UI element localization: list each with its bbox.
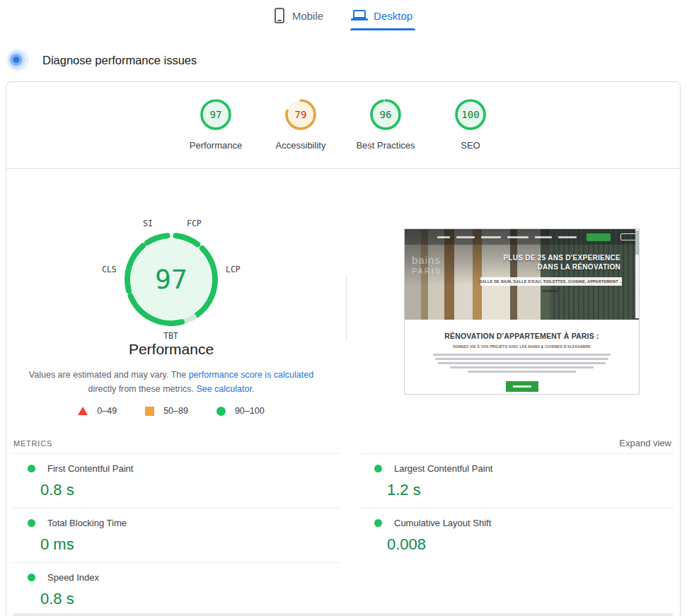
metric-row-cls: Cumulative Layout Shift 0.008 xyxy=(360,508,673,562)
pass-dot-icon xyxy=(374,519,382,527)
nav-item-placeholder xyxy=(507,236,529,238)
performance-main-gauge: 97 SI FCP LCP TBT CLS xyxy=(122,230,221,329)
legend-pass-label: 90–100 xyxy=(235,406,265,416)
screenshot-hero-headline: PLUS DE 25 ANS D'EXPERIENCE DANS LA RÉNO… xyxy=(503,253,620,272)
gauge-label-fcp: FCP xyxy=(187,219,202,228)
screenshot-section-subheading: DONNEZ VIE À VOS PROJETS AVEC LES BAINS … xyxy=(405,344,639,349)
report-card: 97 Performance 79 Accessibility xyxy=(6,81,681,616)
gauge-label-cls: CLS xyxy=(102,265,117,274)
screenshot-hero-photo: bains PARIS PLUS DE 25 ANS D'EXPERIENCE … xyxy=(405,229,639,320)
gauge-label-lcp: LCP xyxy=(226,265,241,274)
screenshot-cta-button xyxy=(506,381,538,392)
metric-row-si: Speed Index 0.8 s xyxy=(13,562,339,616)
active-tab-underline xyxy=(350,28,415,30)
metric-row-fcp: First Contentful Paint 0.8 s xyxy=(13,453,339,508)
pass-dot-icon xyxy=(28,465,35,472)
best-practices-score-gauge: 96 xyxy=(369,98,402,131)
average-square-icon xyxy=(145,407,154,416)
metric-value-si: 0.8 s xyxy=(40,590,74,608)
disclaimer-text-1: Values are estimated and may vary. The xyxy=(29,370,186,380)
metric-label-cls: Cumulative Layout Shift xyxy=(394,518,491,528)
screenshot-navbar xyxy=(405,229,639,245)
desktop-laptop-icon xyxy=(353,10,366,18)
nav-item-placeholder xyxy=(558,236,577,238)
screenshot-hero-bar: SALLE DE BAIN, SALLE D'EAU, TOILETTES, C… xyxy=(480,277,622,286)
expand-view-button[interactable]: Expand view xyxy=(619,438,671,448)
diagnose-section-header: Diagnose performance issues xyxy=(8,51,197,69)
performance-score-gauge: 97 xyxy=(200,98,232,131)
seo-score-gauge: 100 xyxy=(454,98,487,131)
best-practices-score-value: 96 xyxy=(369,98,402,131)
metric-row-lcp: Largest Contentful Paint 1.2 s xyxy=(360,453,673,508)
score-legend: 0–49 50–89 90–100 xyxy=(16,406,327,416)
accessibility-score-gauge: 79 xyxy=(284,98,317,131)
seo-score-value: 100 xyxy=(454,98,487,131)
gauge-label-tbt: TBT xyxy=(163,331,178,341)
main-gauge-title: Performance xyxy=(6,341,336,358)
see-calculator-link[interactable]: See calculator. xyxy=(196,384,254,394)
metrics-header: METRICS Expand view xyxy=(13,438,671,448)
screenshot-nav-green-button xyxy=(587,233,611,241)
mobile-phone-icon xyxy=(275,8,284,23)
pass-dot-icon xyxy=(28,519,35,527)
screenshot-scrollbar xyxy=(635,229,639,318)
fail-triangle-icon xyxy=(78,407,88,415)
speedometer-icon xyxy=(8,51,27,69)
nav-item-placeholder xyxy=(481,236,501,238)
accessibility-score-label: Accessibility xyxy=(276,140,326,151)
score-disclaimer: Values are estimated and may vary. The p… xyxy=(23,368,320,396)
pass-dot-icon xyxy=(374,465,382,472)
metric-row-tbt: Total Blocking Time 0 ms xyxy=(13,508,339,562)
next-section-edge xyxy=(13,613,673,616)
pagespeed-insights-report: Mobile Desktop Diagnose performance issu… xyxy=(0,0,687,616)
metric-label-lcp: Largest Contentful Paint xyxy=(394,463,492,474)
metric-row-empty xyxy=(360,562,673,616)
metrics-column-right: Largest Contentful Paint 1.2 s Cumulativ… xyxy=(360,453,673,616)
tab-desktop[interactable]: Desktop xyxy=(350,0,415,31)
screenshot-scrollbar-thumb xyxy=(635,231,639,255)
tab-mobile[interactable]: Mobile xyxy=(272,0,326,31)
legend-pass: 90–100 xyxy=(217,406,265,416)
metric-value-tbt: 0 ms xyxy=(40,535,74,554)
seo-score-label: SEO xyxy=(461,140,480,151)
metrics-column-left: First Contentful Paint 0.8 s Total Block… xyxy=(13,453,339,616)
category-score-best-practices[interactable]: 96 Best Practices xyxy=(343,98,428,151)
screenshot-body-section: RÉNOVATION D'APPARTEMENT À PARIS : DONNE… xyxy=(405,320,639,394)
section-title: Diagnose performance issues xyxy=(42,54,197,67)
nav-item-placeholder xyxy=(456,236,475,238)
scores-divider xyxy=(6,168,680,169)
legend-average-label: 50–89 xyxy=(163,406,188,416)
screenshot-site-logo: bains PARIS xyxy=(412,255,441,275)
legend-average: 50–89 xyxy=(145,406,188,416)
nav-item-placeholder xyxy=(535,236,552,238)
main-gauge-score: 97 xyxy=(122,230,221,329)
tab-desktop-label: Desktop xyxy=(374,10,412,22)
screenshot-hero-subtext xyxy=(543,290,558,292)
category-scores-row: 97 Performance 79 Accessibility xyxy=(6,98,680,151)
category-score-performance[interactable]: 97 Performance xyxy=(173,98,258,151)
nav-item-placeholder xyxy=(437,236,450,238)
best-practices-score-label: Best Practices xyxy=(356,140,415,151)
column-divider xyxy=(346,275,347,340)
legend-fail-label: 0–49 xyxy=(97,406,117,416)
pass-dot-icon xyxy=(28,574,35,581)
legend-fail: 0–49 xyxy=(78,406,117,416)
category-score-seo[interactable]: 100 SEO xyxy=(428,98,513,151)
metric-value-cls: 0.008 xyxy=(387,535,426,554)
screenshot-paragraph-placeholder xyxy=(421,354,623,373)
metrics-title: METRICS xyxy=(13,439,52,448)
metric-label-fcp: First Contentful Paint xyxy=(47,463,133,474)
pass-circle-icon xyxy=(217,407,226,416)
accessibility-score-value: 79 xyxy=(284,98,317,131)
disclaimer-text-2: directly from these metrics. xyxy=(88,384,194,394)
gauge-label-si: SI xyxy=(143,219,153,228)
score-calc-link[interactable]: performance score is calculated xyxy=(189,370,313,380)
device-tabbar: Mobile Desktop xyxy=(0,0,687,31)
final-screenshot-thumbnail[interactable]: bains PARIS PLUS DE 25 ANS D'EXPERIENCE … xyxy=(404,228,640,395)
metric-value-lcp: 1.2 s xyxy=(387,481,421,499)
tab-mobile-label: Mobile xyxy=(292,10,323,22)
performance-score-value: 97 xyxy=(200,98,232,131)
metric-value-fcp: 0.8 s xyxy=(40,481,74,499)
category-score-accessibility[interactable]: 79 Accessibility xyxy=(258,98,343,151)
metric-label-si: Speed Index xyxy=(47,572,99,583)
